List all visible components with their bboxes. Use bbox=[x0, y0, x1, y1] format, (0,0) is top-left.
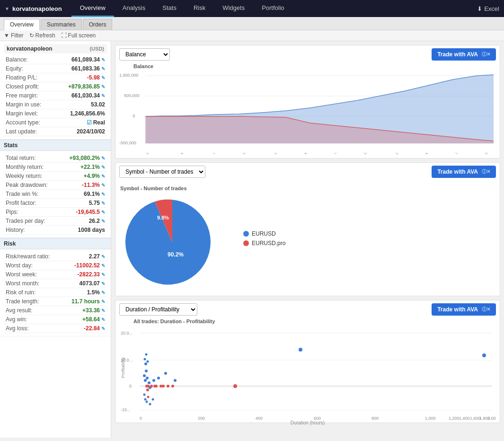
balance-chart-container: Balance 1,000,000 500,000 0 -500,000 bbox=[115, 63, 500, 158]
svg-point-40 bbox=[167, 385, 169, 388]
tradewin-edit[interactable]: ✎ bbox=[101, 192, 105, 197]
filter-button[interactable]: ▼ Filter bbox=[4, 32, 24, 39]
tab-stats[interactable]: Stats bbox=[154, 0, 185, 17]
svg-point-28 bbox=[146, 388, 149, 391]
tab-risk[interactable]: Risk bbox=[185, 0, 214, 17]
stats-section: Stats Total return: +93,080.2% ✎ Monthly… bbox=[0, 140, 111, 238]
pie-section: Symbol - Number of trades 90.2% 9.8% bbox=[115, 181, 500, 296]
legend-eurusd: EURUSD bbox=[243, 230, 285, 237]
svg-text:0: 0 bbox=[140, 416, 142, 421]
tradelength-edit[interactable]: ✎ bbox=[101, 299, 105, 304]
monthly-return-edit[interactable]: ✎ bbox=[101, 165, 105, 170]
avgresult-edit[interactable]: ✎ bbox=[101, 308, 105, 313]
svg-point-23 bbox=[144, 379, 147, 382]
drawdown-edit[interactable]: ✎ bbox=[101, 183, 105, 188]
ava-button-1[interactable]: Trade with AVA ⓘ✕ bbox=[432, 48, 496, 61]
nav-tabs: Overview Analysis Stats Risk Widgets Por… bbox=[71, 0, 477, 17]
profitfactor-edit[interactable]: ✎ bbox=[101, 201, 105, 206]
floating-edit-icon[interactable]: ✎ bbox=[101, 75, 105, 80]
left-panel: korvatonapoleon (USD) Balance: 661,089.3… bbox=[0, 41, 111, 438]
svg-point-46 bbox=[143, 394, 146, 396]
brand-label[interactable]: korvatonapoleon bbox=[5, 5, 62, 12]
scatter-card-header: Duration / Profitability Duration / Volu… bbox=[115, 300, 500, 318]
trade-length-row: Trade length: 11.7 hours ✎ bbox=[4, 297, 107, 306]
x-axis-dates: 1/21/2022 4/4/2022 7/2022 10/2022 1/2023… bbox=[119, 153, 496, 159]
legend-eurusd-pro: EURUSD.pro bbox=[243, 240, 285, 247]
svg-text:400: 400 bbox=[256, 416, 263, 421]
balance-chart-card: Balance Equity Floating P/L Closed Profi… bbox=[115, 45, 500, 159]
tradesperday-edit[interactable]: ✎ bbox=[101, 219, 105, 224]
account-margininuse-row: Margin in use: 53.02 bbox=[4, 100, 107, 109]
ava-button-3[interactable]: Trade with AVA ⓘ✕ bbox=[432, 303, 496, 316]
tab-widgets[interactable]: Widgets bbox=[214, 0, 253, 17]
trade-win-row: Trade win %: 69.1% ✎ bbox=[4, 190, 107, 199]
scatter-chart-select[interactable]: Duration / Profitability Duration / Volu… bbox=[119, 303, 197, 316]
account-equity-row: Equity: 661,083.36 ✎ bbox=[4, 64, 107, 73]
refresh-button[interactable]: ↻ Refresh bbox=[29, 32, 55, 39]
svg-point-44 bbox=[299, 348, 302, 352]
balance-chart-select[interactable]: Balance Equity Floating P/L Closed Profi… bbox=[119, 48, 170, 61]
sub-tab-orders[interactable]: Orders bbox=[83, 19, 113, 30]
account-balance-row: Balance: 661,089.34 ✎ bbox=[4, 55, 107, 64]
ava-button-2[interactable]: Trade with AVA ⓘ✕ bbox=[432, 166, 496, 178]
floating-label: Floating P/L: bbox=[6, 74, 37, 81]
worst-day-row: Worst day: -11002.52 ✎ bbox=[4, 261, 107, 270]
tab-analysis[interactable]: Analysis bbox=[114, 0, 154, 17]
worstweek-edit[interactable]: ✎ bbox=[101, 272, 105, 277]
scatter-container: All trades: Duration - Profitability 20.… bbox=[115, 318, 500, 423]
svg-point-35 bbox=[155, 385, 158, 388]
closed-value: +879,836.85 ✎ bbox=[68, 83, 105, 90]
svg-text:20.0...: 20.0... bbox=[121, 331, 133, 335]
ava-close-3[interactable]: ⓘ✕ bbox=[482, 306, 490, 313]
fullscreen-button[interactable]: ⛶ Full screen bbox=[61, 32, 96, 39]
x-axis-label: Duration (hours) bbox=[119, 420, 496, 425]
pie-title: Symbol - Number of trades bbox=[120, 185, 224, 191]
svg-point-38 bbox=[162, 385, 165, 388]
svg-point-26 bbox=[144, 362, 147, 365]
weekly-return-edit[interactable]: ✎ bbox=[101, 174, 105, 179]
pie-chart-card: Symbol - Number of trades Symbol - Profi… bbox=[115, 162, 500, 296]
avgwin-edit[interactable]: ✎ bbox=[101, 317, 105, 322]
svg-point-53 bbox=[145, 353, 148, 356]
closed-edit-icon[interactable]: ✎ bbox=[101, 84, 105, 89]
equity-edit-icon[interactable]: ✎ bbox=[101, 66, 105, 71]
sub-tab-summaries[interactable]: Summaries bbox=[41, 19, 82, 30]
riskofruin-edit[interactable]: ✎ bbox=[101, 290, 105, 295]
excel-button[interactable]: ⬇ Excel bbox=[477, 5, 499, 12]
svg-point-43 bbox=[233, 384, 237, 388]
account-type-row: Account type: ☑ Real bbox=[4, 118, 107, 127]
riskreward-edit[interactable]: ✎ bbox=[101, 254, 105, 259]
svg-text:-10...: -10... bbox=[121, 407, 131, 412]
total-return-edit[interactable]: ✎ bbox=[101, 156, 105, 161]
floating-value: -5.98 ✎ bbox=[87, 74, 105, 81]
svg-point-39 bbox=[164, 372, 167, 375]
main-layout: korvatonapoleon (USD) Balance: 661,089.3… bbox=[0, 41, 504, 438]
sub-tab-overview[interactable]: Overview bbox=[4, 19, 40, 30]
avgloss-edit[interactable]: ✎ bbox=[101, 326, 105, 331]
svg-point-30 bbox=[148, 381, 150, 384]
worstmonth-edit[interactable]: ✎ bbox=[101, 281, 105, 286]
svg-point-41 bbox=[171, 385, 174, 388]
tab-portfolio[interactable]: Portfolio bbox=[253, 0, 293, 17]
freemargin-edit-icon[interactable]: ✎ bbox=[101, 93, 105, 98]
balance-value: 661,089.34 ✎ bbox=[71, 56, 105, 63]
balance-chart-title: Balance bbox=[119, 63, 496, 71]
svg-text:2,000: 2,000 bbox=[487, 416, 496, 421]
svg-point-47 bbox=[144, 398, 147, 401]
svg-text:0: 0 bbox=[133, 114, 135, 118]
risk-header: Risk bbox=[0, 238, 111, 249]
pips-edit[interactable]: ✎ bbox=[101, 210, 105, 215]
balance-edit-icon[interactable]: ✎ bbox=[101, 57, 105, 62]
svg-text:1,000: 1,000 bbox=[425, 416, 436, 421]
svg-point-49 bbox=[147, 396, 150, 398]
worstday-edit[interactable]: ✎ bbox=[101, 263, 105, 268]
tab-overview[interactable]: Overview bbox=[71, 0, 114, 17]
svg-point-45 bbox=[482, 353, 486, 357]
pie-chart-select[interactable]: Symbol - Number of trades Symbol - Profi… bbox=[119, 166, 205, 178]
svg-text:1,000,000: 1,000,000 bbox=[119, 73, 138, 78]
account-currency: (USD) bbox=[89, 46, 104, 52]
risk-ruin-row: Risk of ruin: 1.5% ✎ bbox=[4, 288, 107, 297]
ava-close-2[interactable]: ⓘ✕ bbox=[482, 168, 490, 175]
svg-point-36 bbox=[157, 377, 160, 379]
ava-close-1[interactable]: ⓘ✕ bbox=[482, 51, 490, 58]
